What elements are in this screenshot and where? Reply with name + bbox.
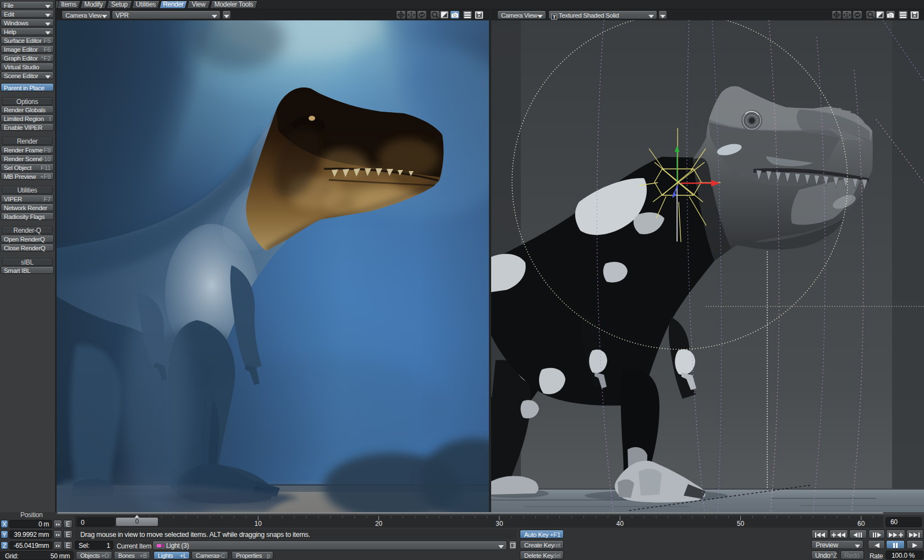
svg-text:50: 50 bbox=[737, 520, 745, 528]
svg-text:30: 30 bbox=[496, 520, 503, 528]
svg-text:10: 10 bbox=[255, 520, 262, 528]
svg-text:60: 60 bbox=[857, 520, 865, 528]
svg-text:20: 20 bbox=[375, 520, 383, 528]
svg-text:40: 40 bbox=[617, 520, 624, 528]
